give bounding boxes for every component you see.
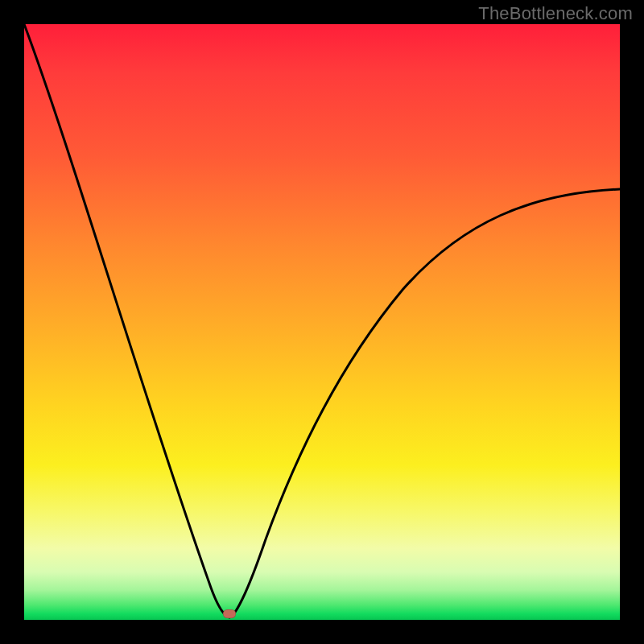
bottleneck-curve xyxy=(24,24,620,620)
attribution-text: TheBottleneck.com xyxy=(478,3,633,24)
optimal-point-marker xyxy=(223,609,236,618)
plot-area xyxy=(24,24,620,620)
chart-frame: TheBottleneck.com xyxy=(0,0,644,644)
